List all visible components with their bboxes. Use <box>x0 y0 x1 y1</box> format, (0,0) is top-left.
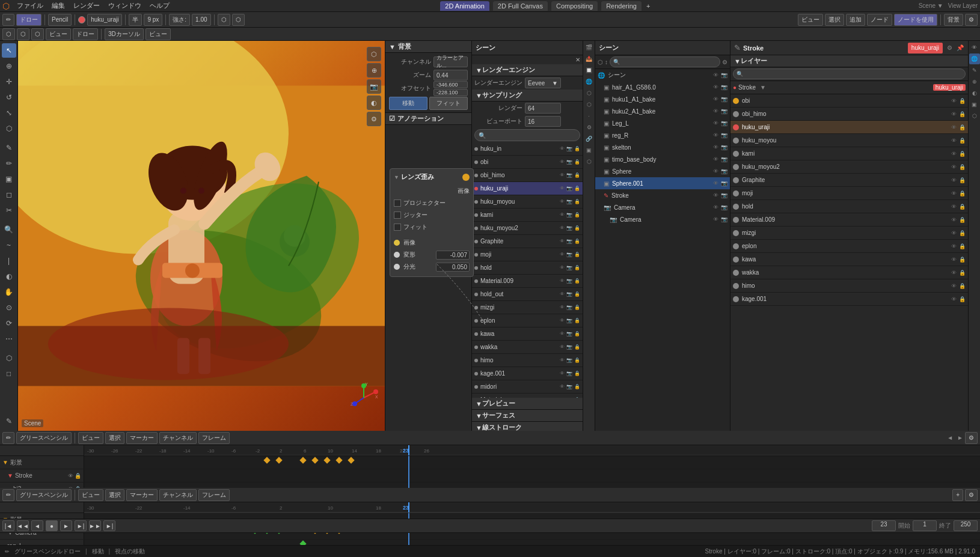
tl2-frame[interactable]: フレーム <box>198 489 230 501</box>
prop-anim-icon[interactable]: ⬡ <box>969 111 980 121</box>
scene-layer-16[interactable]: himo 👁 📷 🔒 <box>472 354 583 367</box>
object-icon[interactable]: ⬡ <box>584 99 595 110</box>
scene-layer-1[interactable]: obi 👁 📷 🔒 <box>472 156 583 169</box>
annotate-tool[interactable]: ✎ <box>2 141 16 155</box>
viewport-shade3[interactable]: 追加 <box>846 14 865 26</box>
gp-layer-1[interactable]: obi_himo 👁 🔒 <box>730 108 968 121</box>
render-section-header[interactable]: ▼ レンダーエンジン <box>472 64 583 76</box>
cursor-3d[interactable]: 3Dカーソル <box>105 28 144 40</box>
prop-view-icon[interactable]: 👁 <box>969 42 980 53</box>
annotation-check[interactable]: ☑ <box>389 115 395 123</box>
outliner-item-5[interactable]: ▣reg_R👁📷 <box>595 129 730 141</box>
channel-value[interactable]: カラーとアル... <box>433 56 468 67</box>
view-label[interactable]: ビュー <box>46 28 71 40</box>
jitter-check[interactable] <box>394 212 401 219</box>
scene-layer-3[interactable]: huku_uraji 👁 📷 🔒 <box>472 182 583 195</box>
tl-channel[interactable]: チャンネル <box>159 432 197 444</box>
scene-layer-4[interactable]: huku_moyou 👁 📷 🔒 <box>472 195 583 208</box>
scene-layer-13[interactable]: eplon 👁 📷 🔒 <box>472 314 583 327</box>
stroke-name-btn[interactable]: huku_uraji <box>908 43 943 53</box>
viewport-shade1[interactable]: ビュー <box>798 14 823 26</box>
draw-tool[interactable]: ✏ <box>2 156 16 171</box>
size-btn[interactable]: 9 px <box>144 14 162 26</box>
tl-frame[interactable]: フレーム <box>198 432 230 444</box>
scene-layer-9[interactable]: hold 👁 📷 🔒 <box>472 261 583 275</box>
stroke-expand[interactable]: ▼ <box>7 472 13 479</box>
move-btn[interactable]: 移動 <box>389 97 427 110</box>
offset-y-value[interactable]: -228.100 <box>433 89 468 96</box>
scene-layer-6[interactable]: huku_moyou2 👁 📷 🔒 <box>472 222 583 235</box>
constraint-icon[interactable]: 🔗 <box>584 133 595 144</box>
tl2-channel[interactable]: チャンネル <box>159 489 197 501</box>
viewport-samples-value[interactable]: 16 <box>525 116 561 127</box>
outliner-filter[interactable]: ⬡ <box>598 59 603 65</box>
tl-select[interactable]: 選択 <box>105 432 124 444</box>
scene-layer-7[interactable]: Graphite 👁 📷 🔒 <box>472 235 583 248</box>
tab-rendering[interactable]: Rendering <box>601 1 642 11</box>
clone-tool[interactable]: ⬡ <box>2 351 16 365</box>
opacity-btn[interactable]: 半 <box>129 14 142 26</box>
layers-search[interactable]: 🔍 <box>733 68 966 79</box>
preview-header[interactable]: ▼ プレビュー <box>472 398 583 410</box>
scene-layer-17[interactable]: kage.001 👁 📷 🔒 <box>472 367 583 380</box>
gp-layer-8[interactable]: hold 👁 🔒 <box>730 200 968 213</box>
track-group-content[interactable] <box>84 456 980 469</box>
select-mode2[interactable]: ⬡ <box>232 14 245 26</box>
fill-tool[interactable]: ▣ <box>2 172 16 186</box>
tool-btn2[interactable]: ⬡ <box>17 28 29 40</box>
outliner-item-6[interactable]: ▣skelton👁📷 <box>595 141 730 153</box>
channel-header[interactable]: ▼ 背景 <box>385 41 471 53</box>
gp-layer-4[interactable]: kami 👁 🔒 <box>730 147 968 160</box>
outliner-item-0[interactable]: 🌐シーン👁📷 <box>595 69 730 81</box>
outliner-search[interactable]: 🔍 <box>610 56 720 67</box>
view-layer-selector[interactable]: View Layer <box>948 2 978 9</box>
tl2-draw-icon[interactable]: ✏ <box>2 489 14 501</box>
next-frame[interactable]: ►| <box>75 520 87 531</box>
mode-selector[interactable]: ドロー <box>16 14 41 26</box>
thickness-tool[interactable]: | <box>2 254 16 268</box>
gp-layer-13[interactable]: wakka 👁 🔒 <box>730 266 968 279</box>
viewport-shade4[interactable]: ノード <box>867 14 892 26</box>
current-frame-display[interactable]: 23 <box>872 520 896 531</box>
annotation-header[interactable]: ☑ アノテーション <box>385 113 471 125</box>
outliner-item-9[interactable]: ▣Sphere.001👁📷 <box>595 177 730 189</box>
viewport-canvas[interactable]: ⬡ ⊕ 📷 ◐ ⚙ X Y Z Scene <box>18 41 385 431</box>
tl-view[interactable]: ビュー <box>78 432 103 444</box>
settings-btn[interactable]: ⚙ <box>965 14 978 26</box>
push-tool[interactable]: ⊙ <box>2 300 16 315</box>
scene-layer-12[interactable]: mizgi 👁 📷 🔒 <box>472 301 583 314</box>
rotate-tool[interactable]: ↺ <box>2 90 16 105</box>
menu-render[interactable]: レンダー <box>70 0 103 11</box>
gp-layer-5[interactable]: huku_moyou2 👁 🔒 <box>730 160 968 174</box>
jump-start[interactable]: |◄ <box>2 520 14 531</box>
jump-end[interactable]: ►| <box>103 520 115 531</box>
props-close[interactable]: ✕ <box>575 56 580 63</box>
move-tool[interactable]: ✛ <box>2 75 16 89</box>
viewport-shade5[interactable]: ノードを使用 <box>894 14 937 26</box>
sampling-header[interactable]: ▼ サンプリング <box>472 90 583 102</box>
fit-check[interactable] <box>394 224 401 231</box>
particles-icon[interactable]: · <box>584 111 595 121</box>
view-btn[interactable]: ビュー <box>145 28 171 40</box>
dispersion-value[interactable]: 0.050 <box>436 263 470 272</box>
tool-btn3[interactable]: ⬡ <box>31 28 44 40</box>
tl2-select[interactable]: 選択 <box>105 489 124 501</box>
lock-track[interactable]: 🔒 <box>75 473 81 479</box>
view-camera-btn[interactable]: 📷 <box>367 79 381 94</box>
eyedropper-tool[interactable]: 🔍 <box>2 222 16 237</box>
gp-layer-2[interactable]: huku_uraji 👁 🔒 <box>730 121 968 134</box>
outliner-item-3[interactable]: ▣huku2_A1_bake👁📷 <box>595 105 730 117</box>
scene-layer-2[interactable]: obi_himo 👁 📷 🔒 <box>472 169 583 182</box>
prop-data-icon[interactable]: ▣ <box>969 99 980 110</box>
tab-add[interactable]: + <box>643 1 654 11</box>
select-tool[interactable]: ↖ <box>2 43 16 58</box>
menu-file[interactable]: ファイル <box>13 0 47 11</box>
fit-btn[interactable]: フィット <box>429 97 468 110</box>
gp-layer-10[interactable]: mizgi 👁 🔒 <box>730 227 968 240</box>
output-icon[interactable]: 📤 <box>584 53 595 64</box>
physics-icon[interactable]: ⚙ <box>584 122 595 133</box>
outliner-item-12[interactable]: 📷Camera👁📷 <box>595 213 730 225</box>
menu-window[interactable]: ウィンドウ <box>105 0 145 11</box>
gp-layer-12[interactable]: kawa 👁 🔒 <box>730 253 968 266</box>
prop-stroke-icon[interactable]: ✎ <box>969 65 980 76</box>
